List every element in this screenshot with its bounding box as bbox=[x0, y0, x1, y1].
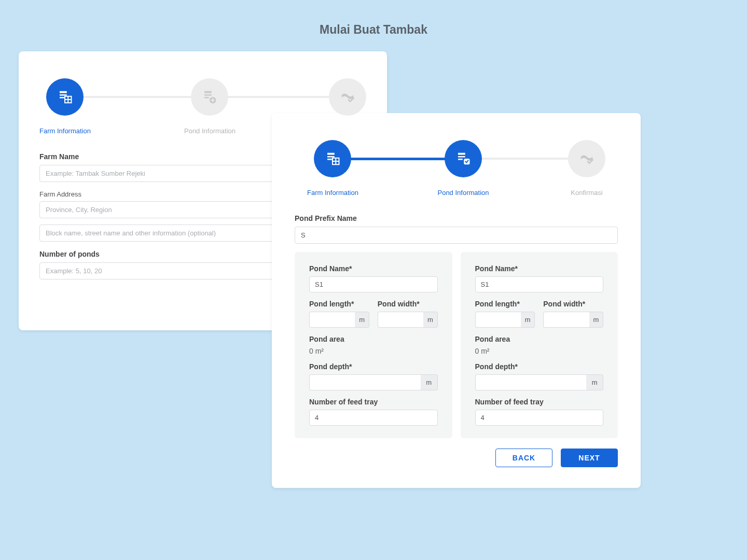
card-pond-information: Farm Information Pond Information Konfir… bbox=[272, 113, 641, 488]
page-title: Mulai Buat Tambak bbox=[0, 0, 747, 37]
confirm-icon bbox=[329, 78, 366, 116]
step-label: Pond Information bbox=[437, 189, 489, 197]
pond-prefix-input[interactable] bbox=[295, 227, 618, 244]
step-label: Pond Information bbox=[184, 127, 236, 135]
pond-length-label: Pond length* bbox=[309, 300, 369, 308]
feed-tray-input[interactable] bbox=[309, 410, 438, 426]
pond-list-icon bbox=[191, 78, 228, 116]
step-line bbox=[343, 158, 453, 160]
pond-prefix-label: Pond Prefix Name bbox=[295, 214, 618, 222]
step-line bbox=[220, 96, 344, 98]
step-label: Farm Information bbox=[39, 127, 91, 135]
next-button[interactable]: NEXT bbox=[561, 449, 618, 467]
pond-name-input[interactable] bbox=[309, 276, 438, 292]
stepper: Farm Information Pond Information Konfir… bbox=[295, 140, 618, 197]
pond-length-input[interactable] bbox=[475, 312, 521, 328]
pond-depth-input[interactable] bbox=[309, 374, 421, 390]
pond-name-label: Pond Name* bbox=[475, 264, 604, 273]
step-label: Konfirmasi bbox=[571, 189, 602, 197]
feed-tray-label: Number of feed tray bbox=[309, 398, 438, 406]
pond-width-input[interactable] bbox=[543, 312, 589, 328]
pond-length-input[interactable] bbox=[309, 312, 355, 328]
step-label: Farm Information bbox=[307, 189, 358, 197]
feed-tray-input[interactable] bbox=[475, 410, 604, 426]
pond-area-label: Pond area bbox=[309, 335, 438, 343]
unit-meter: m bbox=[355, 312, 369, 328]
step-pond-info: Pond Information bbox=[437, 140, 489, 197]
pond-depth-input[interactable] bbox=[475, 374, 587, 390]
pond-card: Pond Name* Pond length* m Pond width* m bbox=[461, 252, 618, 438]
step-line bbox=[474, 158, 584, 160]
pond-width-input[interactable] bbox=[378, 312, 423, 328]
unit-meter: m bbox=[421, 374, 438, 390]
unit-meter: m bbox=[521, 312, 535, 328]
pond-area-value: 0 m² bbox=[309, 347, 438, 355]
step-confirm: Konfirmasi bbox=[568, 140, 605, 197]
step-confirm bbox=[329, 78, 366, 127]
pond-list-icon bbox=[445, 140, 482, 177]
farm-list-icon bbox=[314, 140, 351, 177]
feed-tray-label: Number of feed tray bbox=[475, 398, 604, 406]
pond-depth-label: Pond depth* bbox=[475, 362, 604, 371]
pond-depth-label: Pond depth* bbox=[309, 362, 438, 371]
confirm-icon bbox=[568, 140, 605, 177]
pond-name-input[interactable] bbox=[475, 276, 604, 292]
pond-area-label: Pond area bbox=[475, 335, 604, 343]
pond-length-label: Pond length* bbox=[475, 300, 535, 308]
unit-meter: m bbox=[586, 374, 603, 390]
farm-list-icon bbox=[46, 78, 84, 116]
pond-width-label: Pond width* bbox=[378, 300, 438, 308]
pond-name-label: Pond Name* bbox=[309, 264, 438, 273]
step-farm-info: Farm Information bbox=[307, 140, 358, 197]
pond-area-value: 0 m² bbox=[475, 347, 604, 355]
pond-width-label: Pond width* bbox=[543, 300, 603, 308]
unit-meter: m bbox=[423, 312, 437, 328]
step-pond-info: Pond Information bbox=[184, 78, 236, 135]
unit-meter: m bbox=[589, 312, 603, 328]
pond-cards-row: Pond Name* Pond length* m Pond width* m bbox=[295, 252, 618, 438]
step-line bbox=[75, 96, 200, 98]
pond-card: Pond Name* Pond length* m Pond width* m bbox=[295, 252, 452, 438]
step-farm-info: Farm Information bbox=[39, 78, 91, 135]
back-button[interactable]: BACK bbox=[495, 449, 552, 467]
